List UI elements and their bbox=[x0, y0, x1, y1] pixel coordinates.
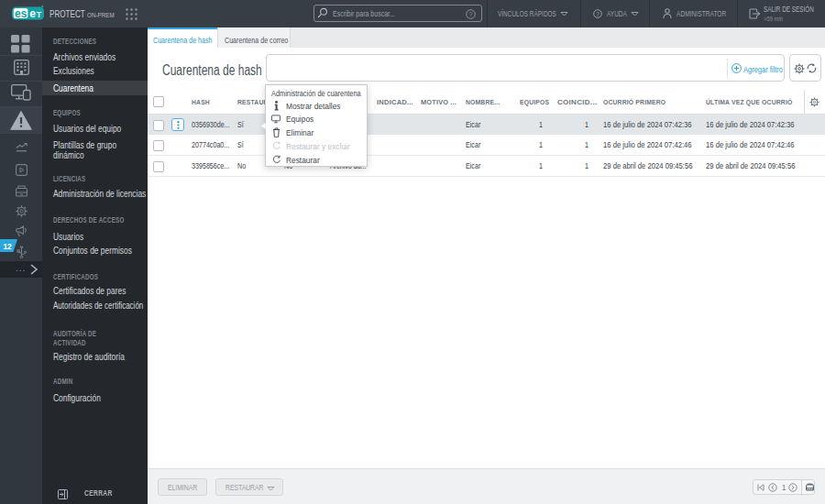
svg-text:e: e bbox=[29, 7, 36, 20]
svg-text:12: 12 bbox=[3, 242, 12, 251]
svg-text:?: ? bbox=[468, 11, 472, 17]
svg-text:es: es bbox=[15, 7, 28, 20]
svg-text:T: T bbox=[37, 10, 42, 19]
svg-text:?: ? bbox=[596, 11, 600, 17]
